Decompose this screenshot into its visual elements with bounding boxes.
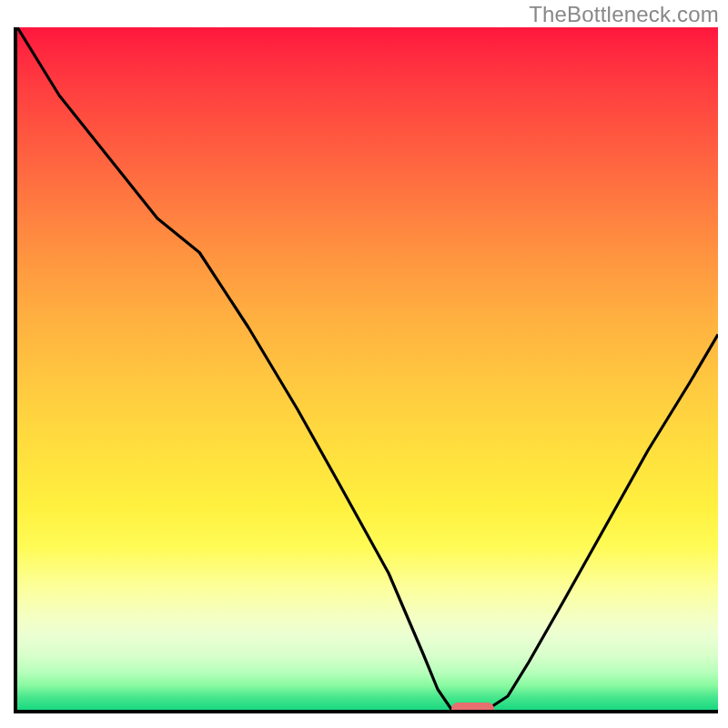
plot-area [14,27,718,713]
curve-svg [17,27,718,710]
optimal-range-marker [451,703,493,713]
chart-container: TheBottleneck.com [0,0,728,728]
bottleneck-curve [17,27,718,710]
attribution-label: TheBottleneck.com [529,2,719,27]
